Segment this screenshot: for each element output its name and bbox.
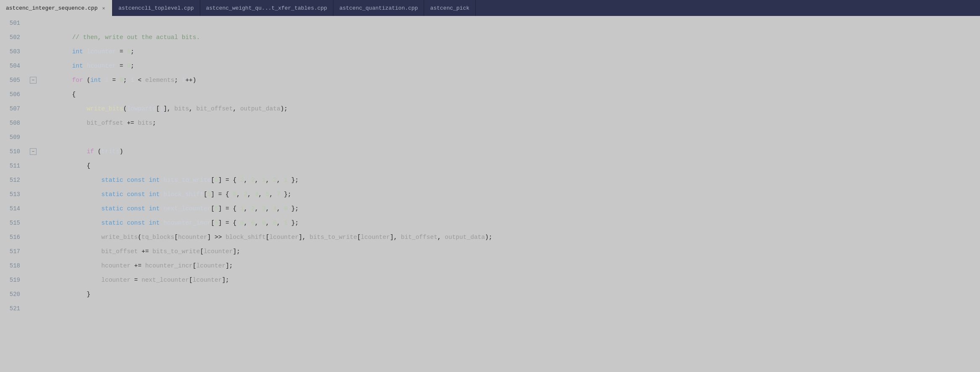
line-number: 514 xyxy=(0,202,27,216)
code-line-content: bit_offset += bits_to_write[lcounter]; xyxy=(39,244,980,259)
line-number: 518 xyxy=(0,259,27,273)
line-number: 516 xyxy=(0,230,27,244)
line-number: 515 xyxy=(0,216,27,230)
code-line-content: write_bits(lowparts[i], bits, bit_offset… xyxy=(39,102,980,116)
table-row: 517 bit_offset += bits_to_write[lcounter… xyxy=(0,244,980,259)
tab-label-3: astcenc_weight_qu...t_xfer_tables.cpp xyxy=(206,5,328,11)
code-line-content: } xyxy=(39,287,980,301)
tab-2[interactable]: astcenccli_toplevel.cpp xyxy=(113,0,200,16)
fold-button[interactable]: − xyxy=(30,77,37,84)
fold-column xyxy=(27,301,39,316)
table-row: 507 write_bits(lowparts[i], bits, bit_of… xyxy=(0,102,980,116)
code-line-content: lcounter = next_lcounter[lcounter]; xyxy=(39,273,980,287)
line-number: 507 xyxy=(0,102,27,116)
table-row: 506 { xyxy=(0,87,980,102)
fold-column xyxy=(27,287,39,301)
tab-active[interactable]: astcenc_integer_sequence.cpp ✕ xyxy=(0,0,113,16)
line-number: 517 xyxy=(0,244,27,259)
table-row: 511 { xyxy=(0,159,980,173)
code-line-content: hcounter += hcounter_incr[lcounter]; xyxy=(39,259,980,273)
table-row: 518 hcounter += hcounter_incr[lcounter]; xyxy=(0,259,980,273)
code-content[interactable]: 501 502 // then, write out the actual bi… xyxy=(0,16,980,372)
table-row: 509 xyxy=(0,130,980,144)
code-line-content: if (trits) xyxy=(39,144,980,159)
table-row: 508 bit_offset += bits; xyxy=(0,116,980,130)
fold-column: − xyxy=(27,144,39,159)
table-row: 521 xyxy=(0,301,980,316)
line-number: 508 xyxy=(0,116,27,130)
code-line-content: { xyxy=(39,159,980,173)
code-line-content: static const int bits_to_write[5] = { 2,… xyxy=(39,173,980,187)
table-row: 519 lcounter = next_lcounter[lcounter]; xyxy=(0,273,980,287)
code-table: 501 502 // then, write out the actual bi… xyxy=(0,16,980,316)
line-number: 521 xyxy=(0,301,27,316)
table-row: 505− for (int i = 0; i < elements; i++) xyxy=(0,73,980,87)
table-row: 502 // then, write out the actual bits. xyxy=(0,30,980,45)
table-row: 516 write_bits(tq_blocks[hcounter] >> bl… xyxy=(0,230,980,244)
line-number: 512 xyxy=(0,173,27,187)
code-line-content: static const int block_shift[5] = { 0, 2… xyxy=(39,187,980,202)
code-line-content xyxy=(39,16,980,30)
fold-column xyxy=(27,30,39,45)
fold-column xyxy=(27,130,39,144)
tab-3[interactable]: astcenc_weight_qu...t_xfer_tables.cpp xyxy=(200,0,334,16)
code-line-content: static const int next_lcounter[5] = { 1,… xyxy=(39,202,980,216)
table-row: 510− if (trits) xyxy=(0,144,980,159)
line-number: 520 xyxy=(0,287,27,301)
tab-label-5: astcenc_pick xyxy=(430,5,469,11)
code-line-content: static const int hcounter_incr[5] = { 0,… xyxy=(39,216,980,230)
fold-column xyxy=(27,59,39,73)
fold-column xyxy=(27,187,39,202)
table-row: 513 static const int block_shift[5] = { … xyxy=(0,187,980,202)
tab-label: astcenc_integer_sequence.cpp xyxy=(6,5,97,11)
table-row: 503 int lcounter = 0; xyxy=(0,45,980,59)
code-line-content: int lcounter = 0; xyxy=(39,45,980,59)
fold-button[interactable]: − xyxy=(30,148,37,155)
fold-column xyxy=(27,230,39,244)
tab-bar: astcenc_integer_sequence.cpp ✕ astcenccl… xyxy=(0,0,980,16)
tab-close-icon[interactable]: ✕ xyxy=(101,5,106,12)
table-row: 501 xyxy=(0,16,980,30)
fold-column xyxy=(27,173,39,187)
table-row: 520 } xyxy=(0,287,980,301)
code-line-content: // then, write out the actual bits. xyxy=(39,30,980,45)
fold-column xyxy=(27,87,39,102)
table-row: 515 static const int hcounter_incr[5] = … xyxy=(0,216,980,230)
fold-column xyxy=(27,259,39,273)
fold-column xyxy=(27,202,39,216)
line-number: 519 xyxy=(0,273,27,287)
fold-column xyxy=(27,244,39,259)
table-row: 504 int hcounter = 0; xyxy=(0,59,980,73)
fold-column xyxy=(27,45,39,59)
tab-label-4: astcenc_quantization.cpp xyxy=(339,5,418,11)
fold-column xyxy=(27,216,39,230)
table-row: 514 static const int next_lcounter[5] = … xyxy=(0,202,980,216)
fold-column: − xyxy=(27,73,39,87)
table-row: 512 static const int bits_to_write[5] = … xyxy=(0,173,980,187)
line-number: 509 xyxy=(0,130,27,144)
tab-5[interactable]: astcenc_pick xyxy=(424,0,476,16)
code-area: 501 502 // then, write out the actual bi… xyxy=(0,16,980,372)
fold-column xyxy=(27,159,39,173)
fold-column xyxy=(27,102,39,116)
fold-column xyxy=(27,16,39,30)
line-number: 503 xyxy=(0,45,27,59)
code-line-content: write_bits(tq_blocks[hcounter] >> block_… xyxy=(39,230,980,244)
fold-column xyxy=(27,273,39,287)
code-line-content: bit_offset += bits; xyxy=(39,116,980,130)
code-line-content xyxy=(39,301,980,316)
line-number: 510 xyxy=(0,144,27,159)
code-line-content: for (int i = 0; i < elements; i++) xyxy=(39,73,980,87)
line-number: 513 xyxy=(0,187,27,202)
line-number: 504 xyxy=(0,59,27,73)
fold-column xyxy=(27,116,39,130)
line-number: 502 xyxy=(0,30,27,45)
code-line-content: { xyxy=(39,87,980,102)
line-number: 506 xyxy=(0,87,27,102)
line-number: 511 xyxy=(0,159,27,173)
tab-label-2: astcenccli_toplevel.cpp xyxy=(118,5,194,11)
line-number: 501 xyxy=(0,16,27,30)
line-number: 505 xyxy=(0,73,27,87)
code-line-content: int hcounter = 0; xyxy=(39,59,980,73)
tab-4[interactable]: astcenc_quantization.cpp xyxy=(333,0,424,16)
